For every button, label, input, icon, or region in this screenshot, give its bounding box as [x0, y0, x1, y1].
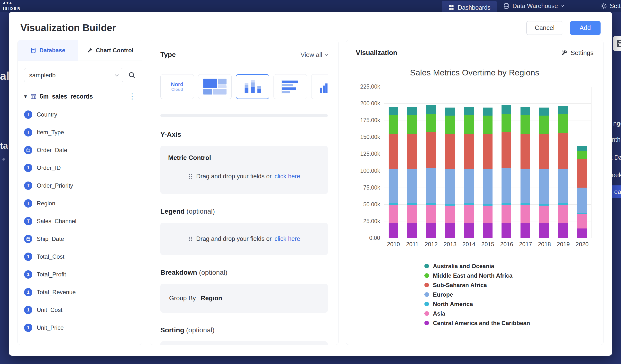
table-tree-item[interactable]: ▾ 5m_sales_records ⋮: [24, 89, 136, 104]
metric-control-label: Metric Control: [168, 154, 320, 162]
dashboards-grid-icon: [448, 4, 454, 11]
breakdown-group-by[interactable]: Group By Region: [160, 284, 328, 313]
bar-segment: [520, 223, 530, 238]
x-tick-label: 2012: [422, 241, 441, 248]
group-by-value: Region: [201, 295, 222, 302]
field-item[interactable]: TItem_Type: [24, 123, 136, 141]
legend-dot: [424, 302, 429, 306]
settings-button[interactable]: Settings: [561, 49, 593, 57]
chart-type-horizontal-bar[interactable]: [274, 74, 307, 99]
tab-database[interactable]: Database: [18, 40, 78, 61]
click-here-link[interactable]: click here: [275, 173, 300, 180]
bar-segment: [407, 223, 417, 238]
chart-type-stacked-column-selected[interactable]: [236, 74, 269, 99]
bg-text-fragment: nge: [613, 120, 621, 127]
bar-2015[interactable]: [478, 87, 497, 238]
y-axis-ticks: 225.00k200.00k175.00k150.00k125.00k100.0…: [356, 87, 380, 238]
number-type-icon: 1: [24, 306, 32, 314]
text-type-icon: T: [24, 128, 32, 137]
field-label: Region: [37, 200, 55, 207]
visualization-header: Visualization: [356, 49, 397, 57]
plot-area: [384, 87, 592, 238]
legend-item: Europe: [424, 290, 603, 299]
bar-segment: [558, 203, 568, 205]
bar-2016[interactable]: [497, 87, 516, 238]
panel-tabs: Database Chart Control: [18, 40, 142, 61]
cancel-button[interactable]: Cancel: [526, 21, 563, 35]
legend-label: North America: [433, 301, 473, 308]
bar-segment: [520, 115, 530, 134]
number-type-icon: 1: [24, 288, 32, 296]
config-panel: Type View all NordCloud Y-Axis Metric Co…: [150, 40, 339, 345]
bar-2012[interactable]: [422, 87, 440, 238]
tab-database-label: Database: [39, 47, 66, 54]
chevron-down-icon: [325, 52, 328, 56]
sorting-row[interactable]: Data Range Ascending: [160, 341, 328, 345]
group-by-label[interactable]: Group By: [169, 295, 196, 302]
field-item[interactable]: TOrder_Priority: [24, 177, 136, 194]
text-type-icon: T: [24, 199, 32, 208]
save-button[interactable]: [613, 36, 621, 51]
nav-settings[interactable]: Setti: [600, 0, 621, 12]
bar-2017[interactable]: [516, 87, 535, 238]
y-tick-label: 0.00: [369, 235, 380, 241]
chart-type-column[interactable]: [311, 74, 328, 99]
kebab-menu-icon[interactable]: ⋮: [128, 93, 136, 100]
nav-data-warehouse[interactable]: Data Warehouse: [503, 0, 564, 12]
bar-2019[interactable]: [553, 87, 572, 238]
view-all-dropdown[interactable]: View all: [301, 51, 328, 59]
gridline: [384, 238, 591, 238]
logo-line-1: ATA: [3, 0, 21, 6]
bar-segment: [445, 204, 455, 206]
field-item[interactable]: Order_Date: [24, 141, 136, 159]
bar-2011[interactable]: [403, 87, 421, 238]
bar-segment: [445, 206, 455, 223]
chart-type-scrollbar[interactable]: [160, 114, 328, 117]
legend-dot: [424, 311, 429, 316]
number-type-icon: 1: [24, 164, 32, 172]
legend-dropzone[interactable]: Drag and drop your fields or click here: [160, 223, 328, 255]
legend-item: Sub-Saharan Africa: [424, 280, 603, 290]
chart-type-list: NordCloud: [160, 74, 328, 99]
bar-2020[interactable]: [572, 87, 591, 238]
metric-control-dropzone[interactable]: Metric Control Drag and drop your fields…: [160, 146, 328, 194]
bar-segment: [445, 107, 455, 116]
field-item[interactable]: TCountry: [24, 105, 136, 123]
field-item[interactable]: 1Unit_Cost: [24, 301, 136, 319]
bar-2018[interactable]: [535, 87, 553, 238]
database-select[interactable]: sampledb: [24, 68, 123, 82]
bar-segment: [464, 205, 474, 223]
bar-segment: [389, 169, 398, 203]
caret-down-icon[interactable]: ▾: [24, 93, 27, 100]
bar-segment: [501, 114, 511, 132]
legend-section-label: Legend (optional): [160, 208, 328, 215]
bar-segment: [483, 223, 493, 238]
bg-text-fragment: eekly: [612, 171, 621, 179]
field-item[interactable]: Ship_Date: [24, 230, 136, 248]
search-icon[interactable]: [128, 71, 136, 79]
bar-segment: [577, 188, 587, 213]
y-tick-label: 100.00k: [360, 167, 380, 174]
bar-2013[interactable]: [440, 87, 459, 238]
bar-segment: [577, 228, 587, 238]
chart-type-word-cloud[interactable]: NordCloud: [160, 74, 194, 99]
field-item[interactable]: 1Unit_Price: [24, 319, 136, 336]
bar-segment: [464, 169, 474, 203]
field-item[interactable]: 1Total_Revenue: [24, 283, 136, 301]
field-item[interactable]: 1Total_Cost: [24, 248, 136, 265]
bar-segment: [539, 206, 549, 223]
bar-2010[interactable]: [384, 87, 403, 238]
click-here-link[interactable]: click here: [275, 235, 300, 242]
field-item[interactable]: TRegion: [24, 194, 136, 212]
field-label: Unit_Cost: [37, 307, 62, 313]
field-item[interactable]: 1Total_Profit: [24, 265, 136, 283]
bar-segment: [407, 205, 417, 223]
tab-chart-control[interactable]: Chart Control: [78, 40, 142, 61]
field-item[interactable]: TSales_Channel: [24, 212, 136, 230]
chart-type-treemap[interactable]: [198, 74, 232, 99]
bar-segment: [483, 206, 493, 223]
bar-2014[interactable]: [459, 87, 478, 238]
bar-segment: [501, 168, 511, 203]
field-item[interactable]: 1Order_ID: [24, 159, 136, 177]
add-button[interactable]: Add: [570, 21, 601, 35]
